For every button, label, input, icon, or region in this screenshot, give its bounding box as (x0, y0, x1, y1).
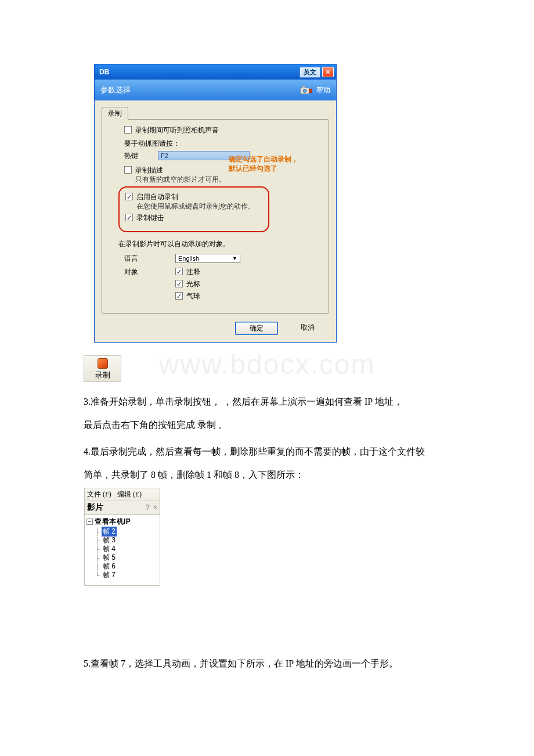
record-button-container: 录制 (84, 355, 534, 382)
language-label: 语言 (124, 254, 158, 264)
close-button[interactable]: × (322, 67, 334, 77)
row-record-keys: 录制键击 (125, 213, 262, 223)
language-select[interactable]: English ▼ (175, 254, 240, 263)
checkbox-record-desc[interactable] (124, 166, 132, 174)
tree-connector-icon: ├ (93, 537, 102, 544)
checkbox-balloon[interactable] (175, 292, 183, 300)
dialog-window: DB 英文 × 参数选择 帮助 录制 录制期间可听到照相机声音 要手动抓图请按： (94, 64, 337, 343)
dialog-button-row: 确定 取消 (95, 317, 336, 342)
tab-record[interactable]: 录制 (102, 107, 128, 120)
row-camera-sound: 录制期间可听到照相机声音 (124, 125, 323, 135)
menu-file[interactable]: 文件 (F) (87, 489, 111, 499)
record-icon (98, 358, 108, 369)
svg-rect-2 (302, 87, 305, 88)
tree-item-label: 帧 7 (102, 570, 117, 580)
close-icon: × (326, 68, 330, 76)
menu-edit[interactable]: 编辑 (E) (117, 489, 142, 499)
label-record-desc: 录制描述 (135, 165, 226, 175)
row-obj-cursor: 光标 (175, 279, 200, 289)
tree-children: ├帧 2 ├帧 3 ├帧 4 ├帧 5 ├帧 6 └帧 7 (92, 527, 158, 579)
subheader-label: 参数选择 (100, 85, 300, 95)
tree-connector-icon: ├ (93, 555, 102, 561)
tree-connector-icon: ├ (93, 563, 102, 570)
frames-close-icon[interactable]: × (153, 503, 157, 512)
frames-panel-header: 影片 ? × (85, 501, 160, 514)
dialog-title: DB (99, 68, 300, 76)
row-language: 语言 English ▼ (124, 254, 323, 264)
tree-connector-icon: └ (93, 572, 102, 579)
frames-panel: 文件 (F) 编辑 (E) 影片 ? × − 查看本机IP ├帧 2 ├帧 3 … (84, 488, 160, 586)
language-toggle-button[interactable]: 英文 (300, 67, 320, 78)
label-camera-sound: 录制期间可听到照相机声音 (135, 125, 219, 135)
row-auto-record: 启用自动录制 在您使用鼠标或键盘时录制您的动作。 (125, 192, 262, 211)
checkbox-camera-sound[interactable] (124, 126, 132, 134)
row-obj-annotation: 注释 (175, 267, 200, 277)
frames-menubar: 文件 (F) 编辑 (E) (85, 488, 160, 501)
record-button[interactable]: 录制 (84, 355, 121, 382)
tree-item[interactable]: ├帧 6 (92, 562, 158, 571)
paragraph-3b: 最后点击右下角的按钮完成 录制 。 (84, 417, 511, 433)
paragraph-4b: 简单，共录制了 8 帧，删除帧 1 和帧 8，入下图所示： (84, 467, 511, 483)
frames-help-icon[interactable]: ? (146, 503, 150, 512)
highlight-box: 启用自动录制 在您使用鼠标或键盘时录制您的动作。 录制键击 (118, 186, 269, 232)
checkbox-annotation[interactable] (175, 268, 183, 275)
label-manual-capture: 要手动抓图请按： (124, 139, 323, 149)
dialog-body: 录制 录制期间可听到照相机声音 要手动抓图请按： 热键 F2 确定勾选了自动录制… (95, 100, 336, 317)
note-auto-record: 在您使用鼠标或键盘时录制您的动作。 (136, 202, 255, 211)
checkbox-cursor[interactable] (175, 280, 183, 287)
record-button-label: 录制 (95, 370, 110, 379)
tree-root[interactable]: − 查看本机IP (86, 517, 158, 527)
object-label: 对象 (124, 267, 158, 277)
camera-icon (300, 84, 313, 96)
label-obj-cursor: 光标 (186, 279, 200, 289)
tree-connector-icon: ├ (93, 528, 102, 535)
callout-annotation: 确定勾选了自动录制， 默认已经勾选了 (229, 154, 298, 173)
collapse-icon[interactable]: − (86, 519, 93, 525)
dialog-titlebar: DB 英文 × (95, 64, 336, 80)
tree-item[interactable]: ├帧 5 (92, 553, 158, 562)
chevron-down-icon: ▼ (232, 255, 237, 261)
paragraph-3: 3.准备开始录制，单击录制按钮， ，然后在屏幕上演示一遍如何查看 IP 地址， (84, 394, 511, 410)
dialog-subheader: 参数选择 帮助 (95, 80, 336, 100)
tab-panel: 录制期间可听到照相机声音 要手动抓图请按： 热键 F2 确定勾选了自动录制， 默… (102, 119, 329, 314)
tree-root-label: 查看本机IP (95, 517, 131, 527)
row-obj-balloon: 气球 (175, 291, 200, 301)
tree-item[interactable]: ├帧 3 (92, 536, 158, 545)
tree-item[interactable]: ├帧 4 (92, 545, 158, 553)
hotkey-label: 热键 (124, 151, 158, 161)
label-obj-balloon: 气球 (186, 291, 200, 301)
tree-item[interactable]: └帧 7 (92, 571, 158, 579)
tree-item[interactable]: ├帧 2 (92, 527, 158, 536)
label-auto-record: 启用自动录制 (136, 192, 255, 202)
note-record-desc: 只有新的或空的影片才可用。 (135, 175, 226, 184)
svg-rect-3 (309, 89, 312, 92)
frames-panel-title: 影片 (87, 502, 103, 513)
label-record-keys: 录制键击 (136, 213, 164, 223)
page-content: DB 英文 × 参数选择 帮助 录制 录制期间可听到照相机声音 要手动抓图请按： (0, 64, 534, 672)
paragraph-5: 5.查看帧 7，选择工具动画，并设置如下所示，在 IP 地址的旁边画一个手形。 (84, 656, 534, 672)
ok-button[interactable]: 确定 (235, 322, 278, 335)
checkbox-record-keys[interactable] (125, 214, 133, 221)
row-objects: 对象 注释 光标 气球 (124, 267, 323, 304)
help-link[interactable]: 帮助 (316, 85, 330, 95)
language-value: English (178, 255, 199, 262)
label-auto-add-objects: 在录制影片时可以自动添加的对象。 (118, 239, 323, 249)
cancel-button[interactable]: 取消 (286, 322, 329, 335)
checkbox-auto-record[interactable] (125, 193, 133, 200)
frames-tree: − 查看本机IP ├帧 2 ├帧 3 ├帧 4 ├帧 5 ├帧 6 └帧 7 (85, 514, 160, 585)
tree-connector-icon: ├ (93, 546, 102, 553)
svg-point-1 (303, 89, 306, 92)
label-obj-annotation: 注释 (186, 267, 200, 277)
paragraph-4: 4.最后录制完成，然后查看每一帧，删除那些重复的而不需要的帧，由于这个文件较 (84, 444, 511, 460)
